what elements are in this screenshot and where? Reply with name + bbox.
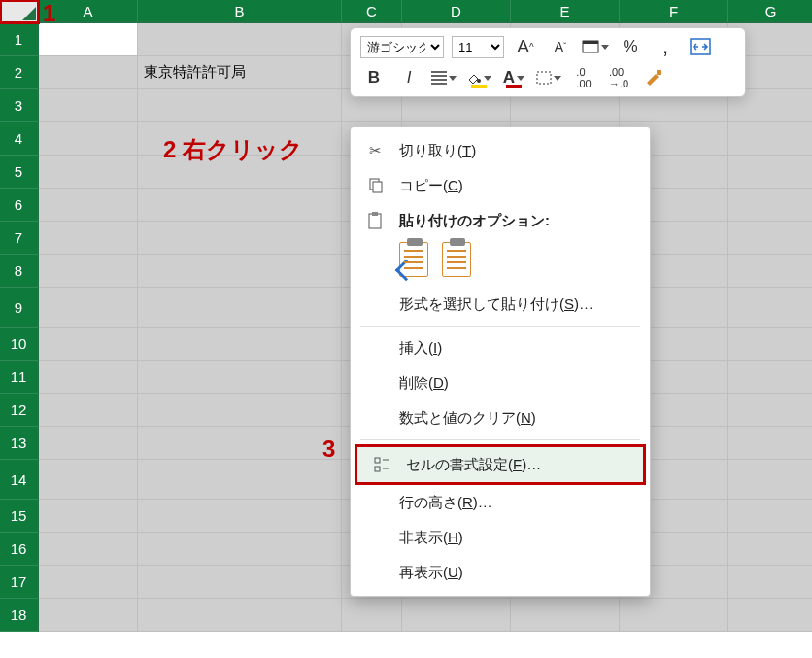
col-header-D[interactable]: D <box>402 0 511 23</box>
cell-B15[interactable] <box>138 500 342 533</box>
cell-G16[interactable] <box>728 533 812 566</box>
cell-G9[interactable] <box>728 288 812 328</box>
row-header-5[interactable]: 5 <box>0 156 39 189</box>
ctx-row-height[interactable]: 行の高さ(R)… <box>351 485 650 520</box>
cell-G14[interactable] <box>728 460 812 500</box>
ctx-copy[interactable]: コピー(C) <box>351 168 650 203</box>
cell-B12[interactable] <box>138 394 342 427</box>
col-header-F[interactable]: F <box>620 0 728 23</box>
cell-B14[interactable] <box>138 460 342 500</box>
font-name-select[interactable]: 游ゴシック <box>360 36 444 58</box>
col-header-C[interactable]: C <box>342 0 402 23</box>
row-header-1[interactable]: 1 <box>0 23 39 56</box>
ctx-insert[interactable]: 挿入(I) <box>351 330 650 365</box>
cell-B7[interactable] <box>138 222 342 255</box>
cell-A9[interactable] <box>39 288 138 328</box>
cell-G5[interactable] <box>728 156 812 189</box>
cell-A15[interactable] <box>39 500 138 533</box>
cell-A18[interactable] <box>39 599 138 632</box>
cell-B6[interactable] <box>138 189 342 222</box>
paste-keep-formatting-button[interactable] <box>399 242 428 277</box>
format-painter-button[interactable] <box>640 65 667 90</box>
cell-G15[interactable] <box>728 500 812 533</box>
row-header-12[interactable]: 12 <box>0 394 39 427</box>
cell-E18[interactable] <box>511 599 620 632</box>
ctx-cut[interactable]: ✂ 切り取り(T) <box>351 133 650 168</box>
cell-C18[interactable] <box>342 599 402 632</box>
borders-button[interactable] <box>535 65 562 90</box>
cell-B10[interactable] <box>138 328 342 361</box>
cell-B1[interactable] <box>138 23 342 56</box>
cell-A12[interactable] <box>39 394 138 427</box>
row-header-11[interactable]: 11 <box>0 361 39 394</box>
italic-button[interactable]: I <box>395 65 423 90</box>
cell-G4[interactable] <box>728 122 812 156</box>
decrease-decimal-button[interactable]: .00→.0 <box>605 65 632 90</box>
row-header-6[interactable]: 6 <box>0 189 39 222</box>
row-header-14[interactable]: 14 <box>0 460 39 500</box>
row-header-2[interactable]: 2 <box>0 56 39 89</box>
cell-B16[interactable] <box>138 533 342 566</box>
cell-B13[interactable] <box>138 427 342 460</box>
row-header-10[interactable]: 10 <box>0 328 39 361</box>
row-header-3[interactable]: 3 <box>0 89 39 122</box>
select-all-cells[interactable] <box>0 0 39 23</box>
row-header-15[interactable]: 15 <box>0 500 39 533</box>
cell-A13[interactable] <box>39 427 138 460</box>
row-header-8[interactable]: 8 <box>0 255 39 288</box>
ctx-hide[interactable]: 非表示(H) <box>351 520 650 555</box>
cell-G7[interactable] <box>728 222 812 255</box>
row-header-18[interactable]: 18 <box>0 599 39 632</box>
cell-A10[interactable] <box>39 328 138 361</box>
col-header-B[interactable]: B <box>138 0 342 23</box>
cell-B9[interactable] <box>138 288 342 328</box>
cell-A1[interactable] <box>39 23 138 56</box>
cell-A11[interactable] <box>39 361 138 394</box>
ctx-delete[interactable]: 削除(D) <box>351 365 650 400</box>
increase-decimal-button[interactable]: .0.00 <box>570 65 597 90</box>
row-header-13[interactable]: 13 <box>0 427 39 460</box>
row-header-4[interactable]: 4 <box>0 122 39 156</box>
cell-A8[interactable] <box>39 255 138 288</box>
cell-G8[interactable] <box>728 255 812 288</box>
cell-D18[interactable] <box>402 599 511 632</box>
accounting-format-button[interactable] <box>582 34 609 59</box>
cell-A16[interactable] <box>39 533 138 566</box>
row-header-16[interactable]: 16 <box>0 533 39 566</box>
cell-A4[interactable] <box>39 122 138 156</box>
font-color-button[interactable]: A <box>500 65 527 90</box>
font-size-select[interactable]: 11 <box>452 36 504 58</box>
cell-A5[interactable] <box>39 156 138 189</box>
cell-G6[interactable] <box>728 189 812 222</box>
cell-A14[interactable] <box>39 460 138 500</box>
cell-A2[interactable] <box>39 56 138 89</box>
row-header-9[interactable]: 9 <box>0 288 39 328</box>
cell-A3[interactable] <box>39 89 138 122</box>
cell-A6[interactable] <box>39 189 138 222</box>
fill-color-button[interactable] <box>465 65 492 90</box>
cell-A7[interactable] <box>39 222 138 255</box>
cell-G11[interactable] <box>728 361 812 394</box>
cell-G18[interactable] <box>728 599 812 632</box>
cell-B3[interactable] <box>138 89 342 122</box>
ctx-clear[interactable]: 数式と値のクリア(N) <box>351 400 650 435</box>
cell-B17[interactable] <box>138 566 342 599</box>
cell-G17[interactable] <box>728 566 812 599</box>
ctx-unhide[interactable]: 再表示(U) <box>351 555 650 590</box>
cell-B2[interactable]: 東京特許許可局 <box>138 56 342 89</box>
merge-center-button[interactable] <box>687 34 714 59</box>
cell-G12[interactable] <box>728 394 812 427</box>
row-header-7[interactable]: 7 <box>0 222 39 255</box>
paste-values-button[interactable] <box>442 242 471 277</box>
cell-G10[interactable] <box>728 328 812 361</box>
col-header-E[interactable]: E <box>511 0 620 23</box>
ctx-paste-special[interactable]: 形式を選択して貼り付け(S)… <box>351 287 650 322</box>
decrease-font-button[interactable]: Aˇ <box>547 34 574 59</box>
cell-F18[interactable] <box>620 599 728 632</box>
col-header-G[interactable]: G <box>728 0 812 23</box>
cell-A17[interactable] <box>39 566 138 599</box>
cell-B11[interactable] <box>138 361 342 394</box>
comma-button[interactable]: , <box>652 34 679 59</box>
increase-font-button[interactable]: A^ <box>512 34 539 59</box>
percent-button[interactable]: % <box>617 34 644 59</box>
